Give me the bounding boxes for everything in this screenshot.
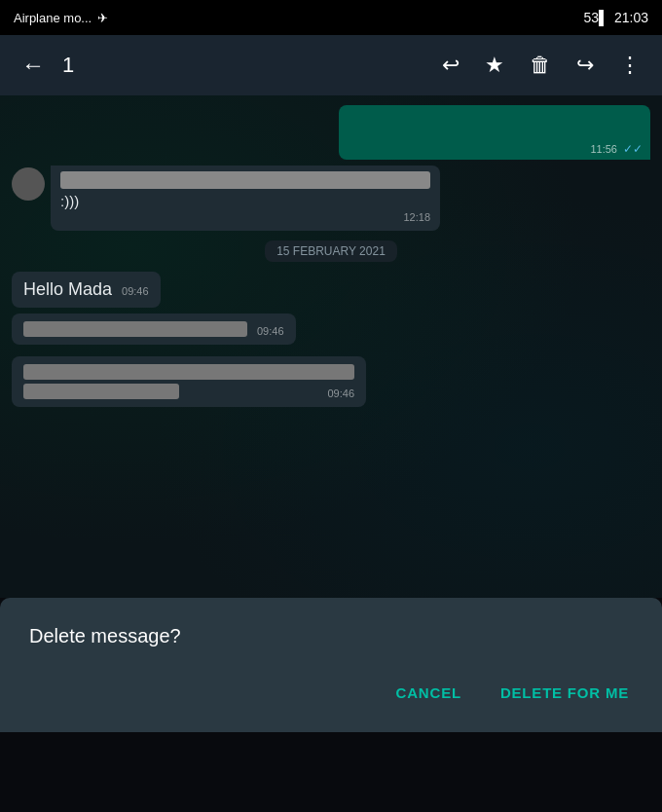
airplane-mode-label: Airplane mo... (14, 11, 92, 25)
delete-dialog: Delete message? CANCEL DELETE FOR ME (0, 598, 662, 732)
selection-count: 1 (62, 53, 74, 78)
forward-button[interactable]: ↪ (569, 45, 602, 86)
message-time: 12:18 (403, 211, 430, 223)
message-bubble: 09:46 (12, 356, 366, 407)
message-redacted-2: 09:46 (12, 356, 650, 413)
status-bar: Airplane mo... ✈ 53▌ 21:03 (0, 0, 662, 35)
message-incoming: :))) 12:18 (12, 166, 650, 231)
message-time: 11:56 ✓✓ (590, 142, 643, 156)
message-bubble: 09:46 (12, 314, 296, 345)
delete-for-me-button[interactable]: DELETE FOR ME (496, 677, 633, 709)
battery-indicator: 53▌ (583, 10, 608, 25)
redacted-content (23, 364, 354, 380)
airplane-icon: ✈ (97, 11, 108, 25)
message-bubble-image: 11:56 ✓✓ (339, 105, 650, 160)
dialog-backdrop: Delete message? CANCEL DELETE FOR ME (0, 598, 662, 812)
message-bubble: Hello Mada 09:46 (12, 272, 161, 308)
read-receipt-icon: ✓✓ (623, 142, 643, 156)
message-time: 09:46 (122, 285, 149, 297)
message-text: :))) (60, 193, 430, 209)
avatar (12, 167, 45, 201)
redacted-content (23, 384, 179, 399)
message-outgoing-image: 11:56 ✓✓ (12, 105, 650, 160)
message-time: 09:46 (327, 388, 354, 399)
date-separator: 15 FEBRUARY 2021 (12, 240, 650, 262)
date-pill-label: 15 FEBRUARY 2021 (265, 240, 397, 262)
message-time: 09:46 (257, 325, 284, 337)
redacted-content (60, 171, 430, 189)
cancel-button[interactable]: CANCEL (392, 677, 465, 709)
status-left: Airplane mo... ✈ (14, 11, 108, 25)
status-right: 53▌ 21:03 (583, 10, 648, 25)
more-options-button[interactable]: ⋮ (611, 45, 648, 86)
toolbar: ← 1 ↩ ★ 🗑 ↪ ⋮ (0, 35, 662, 95)
delete-button[interactable]: 🗑 (522, 45, 559, 86)
message-redacted-1: 09:46 (12, 314, 650, 351)
star-button[interactable]: ★ (477, 45, 512, 86)
back-button[interactable]: ← (14, 44, 53, 87)
message-hello: Hello Mada 09:46 (12, 272, 650, 308)
dialog-buttons: CANCEL DELETE FOR ME (29, 677, 633, 709)
redacted-content (23, 321, 247, 337)
message-text: Hello Mada (23, 279, 112, 300)
chat-area: 11:56 ✓✓ :))) 12:18 15 FEBRUARY 2021 Hel… (0, 95, 662, 598)
reply-button[interactable]: ↩ (434, 45, 467, 86)
message-bubble-incoming: :))) 12:18 (51, 166, 440, 231)
dialog-title: Delete message? (29, 625, 633, 647)
time-display: 21:03 (614, 10, 648, 25)
